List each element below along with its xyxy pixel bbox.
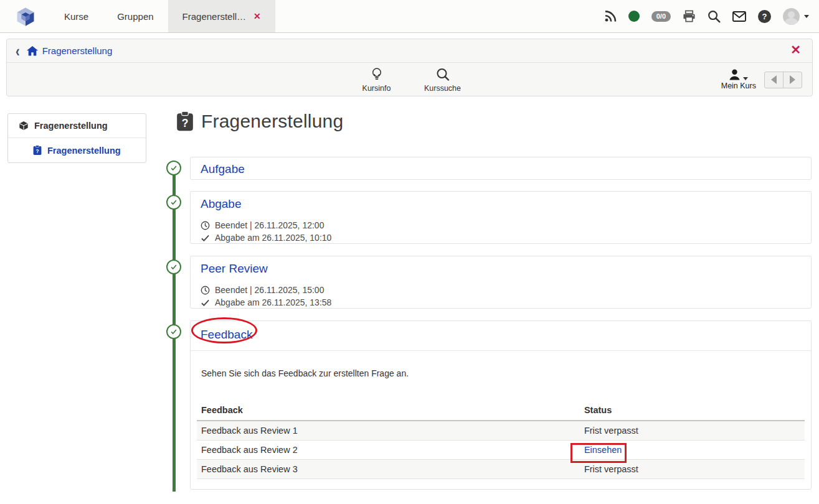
- check-icon: [201, 298, 210, 307]
- submission-text: Abgabe am 26.11.2025, 10:10: [215, 231, 331, 244]
- breadcrumb: ‹ Fragenerstellung ✕: [7, 39, 812, 63]
- step-done-icon: [166, 161, 181, 175]
- page-header: ? Fragenerstellung: [176, 111, 343, 132]
- presence-status-icon[interactable]: [628, 11, 640, 22]
- feedback-name: Feedback aus Review 3: [197, 460, 580, 479]
- cube-logo-icon: [16, 7, 36, 27]
- step-title-link[interactable]: Feedback: [201, 327, 801, 342]
- clock-icon: [201, 286, 210, 295]
- step-done-icon: [166, 195, 181, 210]
- user-menu[interactable]: [783, 8, 809, 25]
- openolat-logo[interactable]: [15, 6, 36, 27]
- feedback-name: Feedback aus Review 1: [197, 421, 580, 441]
- triangle-right-icon: [790, 75, 795, 84]
- step-card-peer-review: Peer Review Beendet | 26.11.2025, 15:00 …: [190, 256, 812, 309]
- page-title: Fragenerstellung: [201, 111, 343, 132]
- step-card-abgabe: Abgabe Beendet | 26.11.2025, 12:00 Abgab…: [190, 191, 812, 244]
- feedback-instruction-text: Sehen Sie sich das Feedback zur erstellt…: [201, 368, 800, 378]
- home-icon: [27, 46, 38, 56]
- clock-icon: [201, 221, 210, 230]
- deadline-line: Beendet | 26.11.2025, 12:00: [201, 219, 801, 231]
- mein-kurs-label: Mein Kurs: [721, 82, 756, 90]
- submission-text: Abgabe am 26.11.2025, 13:58: [215, 296, 331, 309]
- feedback-table: Feedback Status Feedback aus Review 1 Fr…: [197, 400, 805, 479]
- sidebar-item-course-root[interactable]: Fragenerstellung: [8, 114, 146, 138]
- submission-line: Abgabe am 26.11.2025, 13:58: [201, 296, 801, 309]
- site-tabs: Kurse Gruppen Fragenerstell… ✕: [50, 0, 275, 32]
- deadline-text: Beendet | 26.11.2025, 12:00: [215, 219, 324, 231]
- feedback-status: Frist verpasst: [580, 421, 805, 441]
- clipboard-question-icon: ?: [176, 111, 194, 132]
- deadline-line: Beendet | 26.11.2025, 15:00: [201, 284, 801, 296]
- navbar-utilities: 0/0 ?: [604, 0, 809, 32]
- clipboard-question-icon: ?: [33, 145, 42, 156]
- step-card-aufgabe: Aufgabe: [190, 157, 812, 180]
- course-toolbar: Kursinfo Kurssuche Mein Kurs: [7, 63, 812, 96]
- close-course-icon[interactable]: ✕: [790, 44, 801, 56]
- cube-icon: [19, 121, 29, 131]
- top-navbar: Kurse Gruppen Fragenerstell… ✕ 0/0 ?: [0, 0, 819, 33]
- rss-icon[interactable]: [604, 10, 617, 22]
- course-shell: ‹ Fragenerstellung ✕ Kursinfo Kurssuche: [6, 39, 813, 96]
- kurssuche-label: Kurssuche: [424, 84, 461, 93]
- tab-kurse[interactable]: Kurse: [50, 0, 103, 32]
- breadcrumb-course-link[interactable]: Fragenerstellung: [27, 45, 113, 56]
- mein-kurs-menu[interactable]: Mein Kurs: [721, 69, 756, 90]
- step-done-icon: [166, 324, 181, 339]
- step-title-link[interactable]: Peer Review: [191, 256, 811, 280]
- step-done-icon: [166, 259, 181, 274]
- kursinfo-label: Kursinfo: [362, 84, 391, 93]
- kurssuche-button[interactable]: Kurssuche: [418, 63, 468, 96]
- step-card-feedback: Feedback Sehen Sie sich das Feedback zur…: [190, 320, 812, 490]
- sidebar-item-fragenerstellung[interactable]: ? Fragenerstellung: [8, 138, 146, 162]
- course-search-icon: [436, 67, 450, 82]
- mail-icon[interactable]: [732, 11, 746, 22]
- next-button[interactable]: [783, 72, 802, 88]
- search-icon[interactable]: [708, 10, 721, 23]
- avatar: [783, 8, 800, 25]
- breadcrumb-label: Fragenerstellung: [42, 45, 113, 56]
- back-chevron-icon[interactable]: ‹: [16, 43, 20, 58]
- help-icon[interactable]: ?: [758, 10, 771, 23]
- chevron-down-icon: [743, 77, 748, 80]
- print-icon[interactable]: [683, 10, 696, 22]
- column-header-feedback: Feedback: [197, 400, 580, 421]
- chevron-down-icon: [804, 15, 809, 18]
- einsehen-link[interactable]: Einsehen: [584, 445, 622, 455]
- table-row: Feedback aus Review 3 Frist verpasst: [197, 460, 805, 479]
- tab-close-icon[interactable]: ✕: [253, 12, 261, 21]
- check-icon: [201, 233, 210, 243]
- step-title-link[interactable]: Aufgabe: [191, 157, 811, 180]
- tab-fragenerstellung-label: Fragenerstell…: [182, 11, 247, 22]
- sidebar-item-label: Fragenerstellung: [34, 121, 108, 131]
- person-icon: [729, 69, 741, 80]
- previous-button[interactable]: [764, 72, 783, 88]
- course-menu: Fragenerstellung ? Fragenerstellung: [7, 113, 146, 163]
- svg-text:?: ?: [182, 117, 189, 129]
- tab-gruppen[interactable]: Gruppen: [103, 0, 168, 32]
- column-header-status: Status: [580, 400, 805, 421]
- lightbulb-icon: [371, 67, 382, 82]
- deadline-text: Beendet | 26.11.2025, 15:00: [215, 284, 324, 296]
- step-title-link[interactable]: Abgabe: [191, 192, 811, 215]
- tab-fragenerstellung[interactable]: Fragenerstell… ✕: [168, 0, 275, 32]
- submission-line: Abgabe am 26.11.2025, 10:10: [201, 231, 801, 244]
- tab-gruppen-label: Gruppen: [117, 11, 153, 22]
- unread-count-badge[interactable]: 0/0: [651, 11, 671, 22]
- feedback-name: Feedback aus Review 2: [197, 441, 580, 460]
- course-pager: [764, 72, 802, 88]
- kursinfo-button[interactable]: Kursinfo: [352, 63, 402, 96]
- table-row: Feedback aus Review 2 Einsehen: [197, 441, 805, 460]
- sidebar-item-label: Fragenerstellung: [47, 146, 121, 156]
- svg-text:?: ?: [36, 149, 39, 154]
- table-row: Feedback aus Review 1 Frist verpasst: [197, 421, 805, 441]
- triangle-left-icon: [771, 75, 777, 84]
- feedback-status: Frist verpasst: [580, 460, 805, 479]
- tab-kurse-label: Kurse: [64, 11, 88, 22]
